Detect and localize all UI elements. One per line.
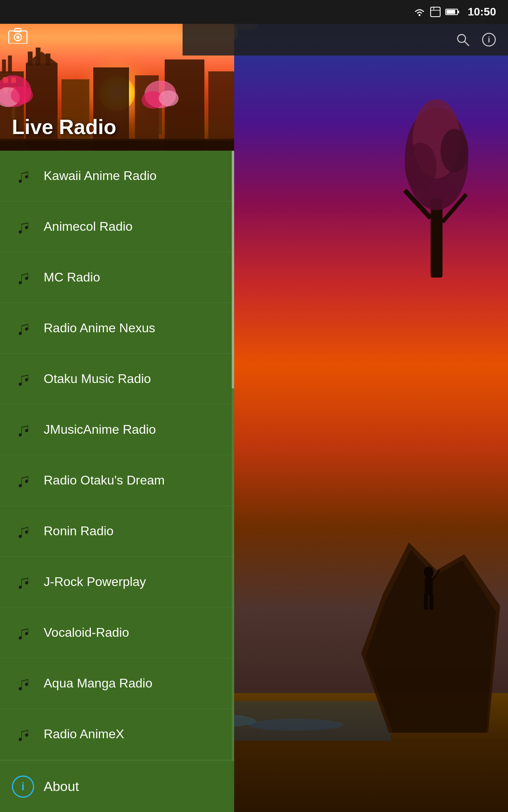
radio-station-name: JMusicAnime Radio — [44, 422, 156, 437]
toolbar: i — [183, 24, 508, 56]
status-time: 10:50 — [468, 6, 496, 18]
search-button[interactable] — [456, 33, 470, 47]
info-button[interactable]: i — [482, 33, 496, 47]
battery-icon — [445, 8, 460, 16]
photo-icon — [8, 28, 28, 44]
radio-station-name: Animecol Radio — [44, 219, 133, 234]
radio-station-name: MC Radio — [44, 270, 100, 285]
music-note-svg — [14, 166, 34, 186]
music-note-icon — [12, 215, 36, 239]
svg-rect-50 — [0, 141, 234, 151]
info-icon: i — [482, 33, 496, 47]
svg-point-9 — [424, 567, 433, 578]
radio-station-name: Radio AnimeX — [44, 727, 124, 741]
signal-icon — [430, 7, 441, 17]
svg-rect-23 — [458, 11, 459, 13]
radio-list-item[interactable]: Kawaii Anime Radio — [0, 151, 234, 201]
radio-station-name: Vocaloid-Radio — [44, 625, 129, 640]
search-icon — [456, 33, 470, 47]
about-icon: i — [12, 776, 34, 798]
music-note-svg — [14, 420, 34, 440]
music-note-icon — [12, 164, 36, 188]
radio-list-item[interactable]: MC Radio — [0, 252, 234, 303]
radio-station-name: Kawaii Anime Radio — [44, 169, 157, 183]
radio-list-item[interactable]: Vocaloid-Radio — [0, 607, 234, 658]
radio-list-inner: Kawaii Anime Radio Animecol Radio MC Rad… — [0, 151, 234, 760]
music-note-svg — [14, 674, 34, 693]
music-note-svg — [14, 572, 34, 592]
svg-rect-12 — [429, 594, 433, 610]
svg-point-54 — [11, 86, 33, 104]
music-note-svg — [14, 471, 34, 490]
radio-list-item[interactable]: Aqua Manga Radio — [0, 658, 234, 709]
music-note-svg — [14, 217, 34, 237]
scrollbar[interactable] — [232, 151, 234, 812]
svg-line-13 — [433, 570, 440, 580]
svg-point-4 — [441, 129, 468, 172]
svg-point-17 — [419, 14, 421, 16]
status-bar: 10:50 — [0, 0, 508, 24]
svg-point-24 — [458, 34, 466, 42]
left-panel: Live Radio Kawaii Anime Radio Animecol R… — [0, 0, 234, 812]
music-note-svg — [14, 369, 34, 389]
music-note-icon — [12, 367, 36, 391]
svg-point-3 — [405, 143, 437, 190]
svg-point-31 — [16, 36, 19, 39]
music-note-svg — [14, 623, 34, 643]
cliff-svg — [361, 534, 500, 733]
music-note-icon — [12, 621, 36, 645]
radio-list[interactable]: Kawaii Anime Radio Animecol Radio MC Rad… — [0, 151, 234, 812]
radio-station-name: Ronin Radio — [44, 524, 114, 538]
music-note-svg — [14, 521, 34, 541]
wifi-icon — [414, 8, 425, 16]
music-note-icon — [12, 469, 36, 492]
scrollbar-thumb[interactable] — [232, 151, 234, 389]
svg-rect-30 — [15, 29, 21, 32]
music-note-svg — [14, 724, 34, 744]
radio-list-item[interactable]: Ronin Radio — [0, 506, 234, 557]
svg-point-16 — [248, 719, 343, 731]
svg-line-25 — [465, 42, 469, 46]
right-tree-svg — [397, 79, 476, 278]
radio-list-item[interactable]: Radio Otaku's Dream — [0, 455, 234, 506]
info-letter: i — [21, 780, 25, 793]
music-note-icon — [12, 519, 36, 543]
svg-rect-18 — [431, 7, 440, 17]
music-note-icon — [12, 570, 36, 594]
music-note-svg — [14, 268, 34, 287]
about-label: About — [44, 779, 79, 794]
svg-point-58 — [159, 90, 179, 106]
radio-list-item[interactable]: Animecol Radio — [0, 201, 234, 252]
svg-rect-22 — [446, 10, 455, 14]
radio-list-item[interactable]: J-Rock Powerplay — [0, 557, 234, 607]
radio-station-name: Radio Anime Nexus — [44, 321, 155, 335]
music-note-icon — [12, 316, 36, 340]
radio-station-name: Otaku Music Radio — [44, 372, 151, 386]
radio-list-item[interactable]: Radio Anime Nexus — [0, 303, 234, 354]
about-section[interactable]: i About — [0, 760, 234, 812]
music-note-icon — [12, 266, 36, 289]
music-note-icon — [12, 672, 36, 695]
radio-station-name: Aqua Manga Radio — [44, 676, 152, 691]
music-note-svg — [14, 318, 34, 338]
music-note-icon — [12, 722, 36, 746]
svg-text:i: i — [488, 35, 490, 44]
hero-title: Live Radio — [12, 115, 116, 139]
music-note-icon — [12, 418, 36, 442]
svg-rect-10 — [425, 577, 433, 595]
radio-list-item[interactable]: Radio AnimeX — [0, 709, 234, 760]
svg-rect-11 — [424, 594, 428, 610]
radio-station-name: Radio Otaku's Dream — [44, 473, 165, 488]
svg-rect-55 — [159, 107, 162, 135]
radio-list-item[interactable]: JMusicAnime Radio — [0, 404, 234, 455]
radio-station-name: J-Rock Powerplay — [44, 575, 146, 589]
radio-list-item[interactable]: Otaku Music Radio — [0, 354, 234, 404]
character-svg — [417, 566, 441, 614]
